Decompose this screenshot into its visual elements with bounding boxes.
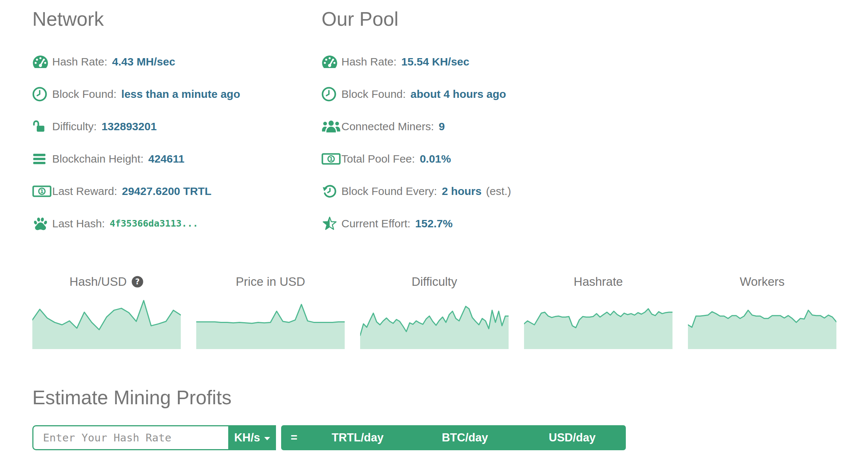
stat-row: Hash Rate: 4.43 MH/sec (32, 46, 322, 78)
stat-row: Connected Miners: 9 (322, 110, 836, 143)
tachometer-icon (322, 54, 338, 69)
bars-icon (32, 152, 46, 166)
area-chart (360, 299, 509, 349)
chart-title: Difficulty (412, 275, 457, 289)
estimate-form: KH/s = TRTL/day BTC/day USD/day (32, 425, 836, 450)
area-chart (196, 299, 345, 349)
stat-value: 4.43 MH/sec (112, 56, 175, 68)
stat-value: less than a minute ago (121, 88, 240, 100)
stat-label: Hash Rate: (52, 56, 107, 68)
trtl-per-day-label: TRTL/day (304, 431, 411, 444)
stat-value: 15.54 KH/sec (401, 56, 469, 68)
estimate-section: Estimate Mining Profits KH/s = TRTL/day … (32, 386, 836, 451)
stat-row: Last Hash: 4f35366da3113... (32, 207, 322, 240)
stat-row: Blockchain Height: 424611 (32, 143, 322, 175)
hashrate-input[interactable] (32, 425, 228, 450)
pool-section: Our Pool Hash Rate: 15.54 KH/sec Block F… (322, 7, 836, 240)
btc-per-day-label: BTC/day (411, 431, 519, 444)
stat-value: 2 hours (442, 185, 481, 198)
chart-title: Price in USD (236, 275, 305, 289)
equals-sign: = (291, 431, 297, 444)
stat-row: Last Reward: 29427.6200 TRTL (32, 175, 322, 207)
unlock-icon (32, 119, 49, 134)
stat-label: Total Pool Fee: (341, 153, 415, 165)
stat-value: 424611 (148, 153, 184, 165)
sparkline-chart: Hash/USD (32, 274, 181, 349)
hashrate-unit-label: KH/s (234, 431, 260, 444)
users-icon (322, 119, 341, 134)
clock-icon (322, 87, 336, 102)
pool-title: Our Pool (322, 7, 836, 31)
stat-label: Block Found: (341, 88, 406, 100)
paw-icon (32, 216, 49, 231)
chart-title: Hashrate (574, 275, 623, 289)
help-icon[interactable] (131, 276, 144, 288)
stat-value: about 4 hours ago (410, 88, 506, 100)
stat-label: Difficulty: (52, 120, 97, 133)
stat-label: Last Reward: (52, 185, 117, 198)
stat-label: Block Found: (52, 88, 116, 100)
stat-row: Current Effort: 152.7% (322, 207, 836, 240)
area-chart (688, 299, 836, 349)
usd-per-day-label: USD/day (519, 431, 626, 444)
stat-label: Last Hash: (52, 217, 105, 230)
area-chart (524, 299, 672, 349)
network-title: Network (32, 7, 322, 31)
stat-row: Difficulty: 132893201 (32, 110, 322, 143)
stat-row: Hash Rate: 15.54 KH/sec (322, 46, 836, 78)
sparkline-chart: Workers (688, 274, 836, 349)
estimate-results-bar: = TRTL/day BTC/day USD/day (281, 425, 626, 450)
sparkline-chart: Price in USD (196, 274, 345, 349)
money-icon (322, 152, 341, 166)
stat-row: Block Found Every: 2 hours (est.) (322, 175, 836, 207)
clock-icon (32, 87, 47, 102)
stat-row: Block Found: less than a minute ago (32, 78, 322, 110)
money-icon (32, 184, 51, 199)
stat-label: Blockchain Height: (52, 153, 143, 165)
tachometer-icon (32, 54, 49, 69)
stat-value: 9 (439, 120, 445, 133)
pool-stat-list: Hash Rate: 15.54 KH/sec Block Found: abo… (322, 46, 836, 240)
area-chart (32, 299, 181, 349)
stat-label: Connected Miners: (341, 120, 434, 133)
estimate-title: Estimate Mining Profits (32, 386, 836, 409)
sparkline-chart: Hashrate (524, 274, 672, 349)
stat-value: 152.7% (415, 217, 453, 230)
hashrate-unit-dropdown[interactable]: KH/s (228, 425, 276, 450)
stat-value: 4f35366da3113... (110, 218, 198, 229)
chart-title: Hash/USD (69, 275, 127, 289)
stat-row: Block Found: about 4 hours ago (322, 78, 836, 110)
stat-value: 29427.6200 TRTL (122, 185, 211, 198)
stat-label: Block Found Every: (341, 185, 437, 198)
network-section: Network Hash Rate: 4.43 MH/sec Block Fou… (32, 7, 322, 240)
stat-row: Total Pool Fee: 0.01% (322, 143, 836, 175)
history-icon (322, 184, 338, 199)
stat-label: Current Effort: (341, 217, 410, 230)
chart-title: Workers (740, 275, 785, 289)
stat-value: 132893201 (101, 120, 157, 133)
caret-down-icon (264, 437, 270, 440)
stat-suffix: (est.) (486, 185, 511, 198)
pool-dashboard-page: Network Hash Rate: 4.43 MH/sec Block Fou… (0, 0, 868, 450)
network-stat-list: Hash Rate: 4.43 MH/sec Block Found: less… (32, 46, 322, 240)
estimate-results-labels: TRTL/day BTC/day USD/day (304, 431, 626, 444)
charts-section: Hash/USD Price in USD Difficulty Hashr (32, 274, 836, 349)
stat-label: Hash Rate: (341, 56, 397, 68)
star-half-icon (322, 216, 338, 231)
stats-columns: Network Hash Rate: 4.43 MH/sec Block Fou… (32, 7, 836, 240)
stat-value: 0.01% (420, 153, 451, 165)
sparkline-chart: Difficulty (360, 274, 509, 349)
